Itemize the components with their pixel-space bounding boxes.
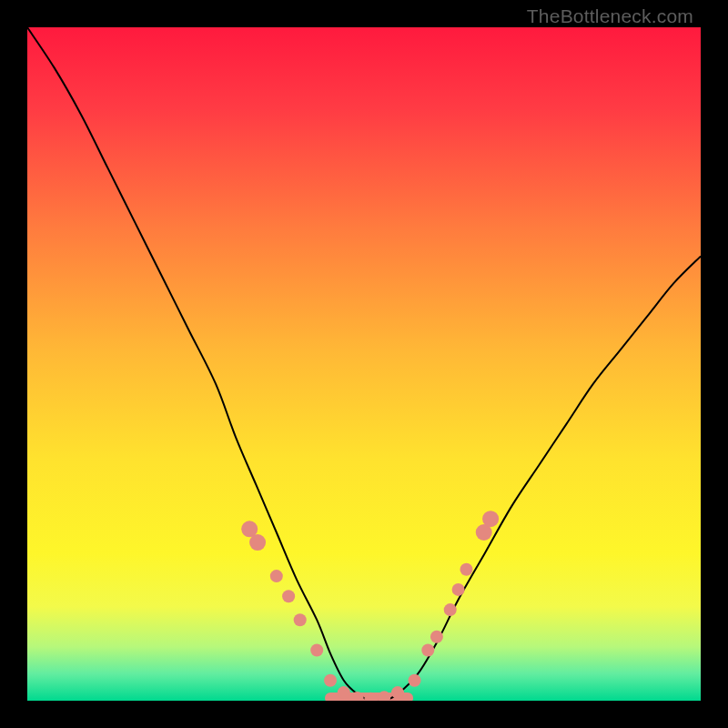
svg-point-4	[270, 570, 283, 582]
svg-point-13	[391, 686, 404, 699]
svg-point-6	[294, 613, 307, 626]
chart-overlay	[27, 27, 701, 701]
svg-point-3	[249, 534, 266, 551]
bottleneck-curve	[27, 27, 701, 701]
watermark-text: TheBottleneck.com	[527, 5, 693, 27]
svg-point-19	[460, 563, 472, 576]
svg-point-17	[444, 603, 457, 616]
svg-point-7	[310, 644, 323, 657]
svg-point-5	[282, 590, 295, 602]
svg-point-12	[378, 691, 390, 701]
svg-point-15	[421, 644, 434, 657]
svg-point-9	[338, 686, 350, 699]
svg-point-18	[452, 583, 465, 596]
chart-frame: TheBottleneck.com	[0, 0, 728, 728]
plot-area	[27, 27, 701, 701]
svg-point-8	[324, 674, 337, 687]
svg-point-16	[430, 631, 443, 643]
svg-point-21	[482, 511, 499, 527]
svg-point-14	[409, 674, 421, 687]
